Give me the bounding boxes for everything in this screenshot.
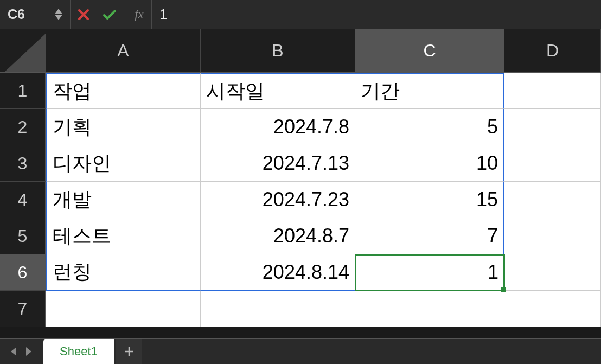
cell-A5[interactable]: 테스트 xyxy=(46,218,201,254)
column-header-A[interactable]: A xyxy=(46,29,201,73)
row-header-4[interactable]: 4 xyxy=(0,182,46,218)
column-header-D[interactable]: D xyxy=(504,29,601,73)
formula-bar: C6 fx 1 xyxy=(0,0,601,29)
select-all-corner[interactable] xyxy=(0,29,46,73)
cell-D3[interactable] xyxy=(504,145,601,182)
cell-A2[interactable]: 기획 xyxy=(46,109,201,145)
cell-A7[interactable] xyxy=(46,291,201,327)
cancel-button[interactable] xyxy=(71,0,97,29)
prev-sheet-icon[interactable] xyxy=(10,347,17,356)
accept-button[interactable] xyxy=(97,0,123,29)
cell-reference-box[interactable]: C6 xyxy=(0,0,71,29)
formula-input[interactable]: 1 xyxy=(151,0,601,29)
cell-B5[interactable]: 2024.8.7 xyxy=(201,218,355,254)
cell-D7[interactable] xyxy=(504,291,601,327)
row-header-6[interactable]: 6 xyxy=(0,254,46,291)
spreadsheet-grid: A B C D 1 작업 시작일 기간 2 기획 2024.7.8 5 3 디자… xyxy=(0,29,601,338)
row-header-7[interactable]: 7 xyxy=(0,291,46,327)
cell-A1[interactable]: 작업 xyxy=(46,73,201,109)
cell-A4[interactable]: 개발 xyxy=(46,182,201,218)
sheet-tab-active[interactable]: Sheet1 xyxy=(43,339,114,364)
sheet-tab-bar: Sheet1 xyxy=(0,338,601,364)
plus-icon xyxy=(124,347,134,356)
cell-reference-text: C6 xyxy=(8,7,25,22)
spinner-down-icon[interactable] xyxy=(55,15,62,20)
sheet-nav-arrows xyxy=(0,347,42,356)
row-header-3[interactable]: 3 xyxy=(0,145,46,182)
column-header-C[interactable]: C xyxy=(355,29,504,73)
cell-B3[interactable]: 2024.7.13 xyxy=(201,145,355,182)
cell-D6[interactable] xyxy=(504,254,601,291)
row-header-2[interactable]: 2 xyxy=(0,109,46,145)
cell-D2[interactable] xyxy=(504,109,601,145)
cell-A6[interactable]: 런칭 xyxy=(46,254,201,291)
cell-B1[interactable]: 시작일 xyxy=(201,73,355,109)
cell-D1[interactable] xyxy=(504,73,601,109)
svg-marker-4 xyxy=(11,347,16,356)
cell-C5[interactable]: 7 xyxy=(355,218,504,254)
cell-C6[interactable]: 1 xyxy=(355,254,504,291)
cell-D5[interactable] xyxy=(504,218,601,254)
cell-C3[interactable]: 10 xyxy=(355,145,504,182)
fx-label[interactable]: fx xyxy=(127,8,151,22)
cell-C1[interactable]: 기간 xyxy=(355,73,504,109)
cell-B7[interactable] xyxy=(201,291,355,327)
add-sheet-button[interactable] xyxy=(116,339,142,364)
cell-C2[interactable]: 5 xyxy=(355,109,504,145)
row-header-1[interactable]: 1 xyxy=(0,73,46,109)
check-icon xyxy=(103,9,117,21)
next-sheet-icon[interactable] xyxy=(25,347,33,356)
cell-C7[interactable] xyxy=(355,291,504,327)
cell-A3[interactable]: 디자인 xyxy=(46,145,201,182)
cell-B2[interactable]: 2024.7.8 xyxy=(201,109,355,145)
svg-marker-1 xyxy=(55,15,62,20)
close-icon xyxy=(78,9,89,21)
svg-marker-0 xyxy=(55,9,62,14)
cell-reference-spinner[interactable] xyxy=(55,9,62,20)
cell-C4[interactable]: 15 xyxy=(355,182,504,218)
row-header-5[interactable]: 5 xyxy=(0,218,46,254)
column-header-B[interactable]: B xyxy=(201,29,355,73)
cell-B4[interactable]: 2024.7.23 xyxy=(201,182,355,218)
svg-marker-5 xyxy=(26,347,31,356)
spinner-up-icon[interactable] xyxy=(55,9,62,14)
cell-D4[interactable] xyxy=(504,182,601,218)
cell-B6[interactable]: 2024.8.14 xyxy=(201,254,355,291)
